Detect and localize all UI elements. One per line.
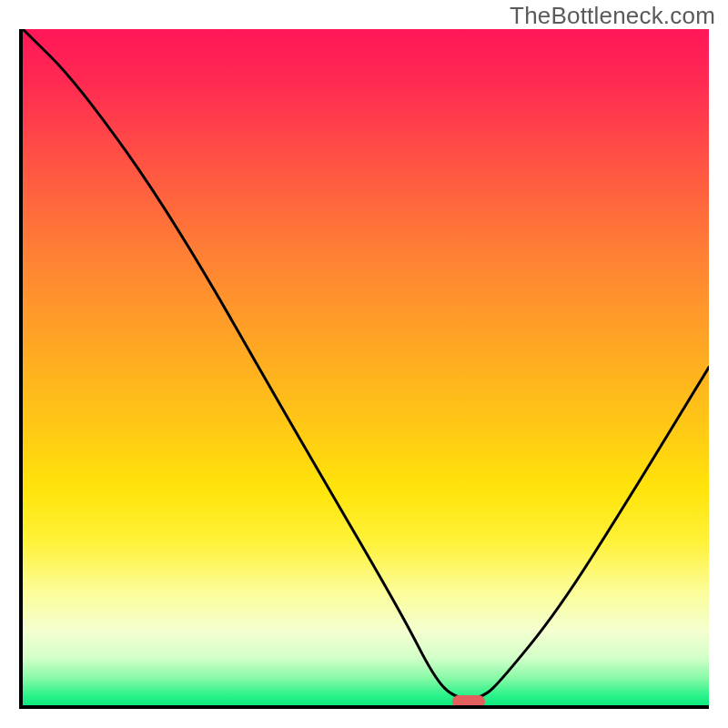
chart-frame: TheBottleneck.com <box>0 0 728 728</box>
watermark-text: TheBottleneck.com <box>510 2 715 30</box>
plot-area <box>19 29 709 709</box>
bottleneck-curve-path <box>23 29 709 699</box>
optimal-point-marker <box>452 695 485 708</box>
bottleneck-curve <box>23 29 709 705</box>
